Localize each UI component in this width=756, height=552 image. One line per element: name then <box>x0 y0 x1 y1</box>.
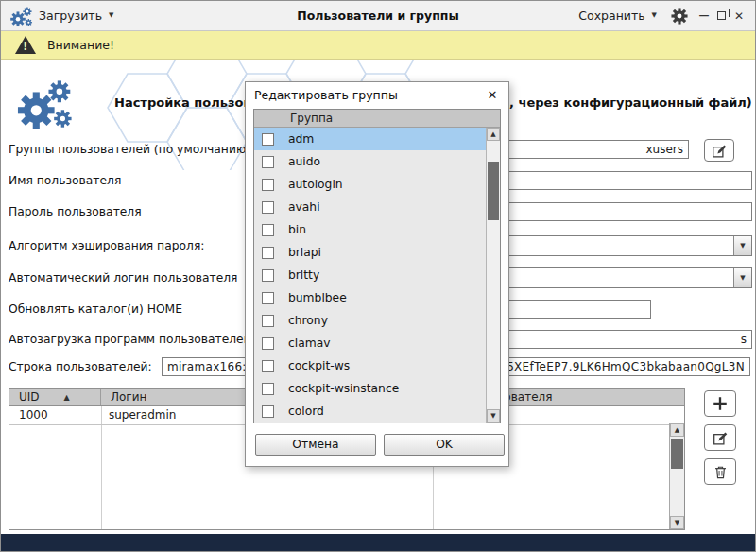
pencil-icon <box>713 430 729 446</box>
maximize-button[interactable] <box>713 1 729 30</box>
group-row[interactable]: autologin <box>254 173 486 196</box>
combo-dropdown-button[interactable]: ▼ <box>733 268 751 287</box>
group-label: brlapi <box>288 246 321 259</box>
group-row[interactable]: chrony <box>254 309 486 332</box>
group-checkbox[interactable] <box>262 224 274 236</box>
group-label: cockpit-wsinstance <box>288 382 399 395</box>
add-user-button[interactable] <box>704 390 736 417</box>
column-header-uid[interactable]: UID ▲ <box>9 389 101 405</box>
default-groups-value: xusers <box>645 143 683 156</box>
group-label: clamav <box>288 336 331 350</box>
dialog-close-icon[interactable]: ✕ <box>485 88 500 102</box>
delete-user-button[interactable] <box>704 458 736 485</box>
group-checkbox[interactable] <box>262 156 274 168</box>
settings-gear-icon[interactable] <box>671 8 688 25</box>
edit-groups-button[interactable] <box>704 139 734 162</box>
group-label: brltty <box>288 268 319 282</box>
user-string-label: Строка пользователей: <box>9 357 152 376</box>
scrollbar-thumb[interactable] <box>488 162 499 220</box>
plus-icon <box>712 395 729 412</box>
group-row[interactable]: cockpit-ws <box>254 354 486 377</box>
group-row[interactable]: brltty <box>254 264 486 286</box>
username-label: Имя пользователя <box>9 171 121 190</box>
group-row[interactable]: cockpit-wsinstance <box>254 377 486 400</box>
save-menu-label: Сохранить <box>578 9 644 23</box>
cell-uid: 1000 <box>9 406 101 424</box>
autologin-label: Автоматический логин пользователя <box>9 268 238 287</box>
group-checkbox[interactable] <box>262 315 274 327</box>
scroll-up-icon[interactable]: ▲ <box>487 128 500 141</box>
scrollbar-thumb[interactable] <box>671 439 683 469</box>
group-row[interactable]: clamav <box>254 332 486 354</box>
group-row[interactable]: adm <box>254 128 486 150</box>
page-heading-right: , через конфигурационный файл) <box>509 95 752 110</box>
group-checkbox[interactable] <box>262 292 274 304</box>
close-button[interactable]: ✕ <box>731 1 747 30</box>
dialog-title: Редактировать группы <box>254 88 398 102</box>
group-checkbox[interactable] <box>262 133 274 146</box>
user-string-value-tail: 5XEfTeEP7.9LK6HmQC3bkabaan0QgL3N <box>507 360 745 373</box>
bottom-bar <box>1 534 755 551</box>
toolbar: Загрузить ▼ Пользователи и группы Сохран… <box>1 1 755 31</box>
group-label: colord <box>288 405 324 418</box>
group-row[interactable]: brlapi <box>254 241 486 264</box>
trash-icon <box>713 464 729 480</box>
cancel-button[interactable]: Отмена <box>255 434 376 456</box>
group-checkbox[interactable] <box>262 405 274 418</box>
group-checkbox[interactable] <box>262 179 274 191</box>
combo-dropdown-button[interactable]: ▼ <box>733 236 751 255</box>
group-label: adm <box>288 132 314 146</box>
chevron-down-icon: ▼ <box>109 12 113 19</box>
sort-asc-icon: ▲ <box>64 389 70 405</box>
update-home-label: Обновлять каталог(и) HOME <box>9 300 182 319</box>
group-label: chrony <box>288 314 328 327</box>
scroll-down-icon[interactable]: ▼ <box>487 409 500 423</box>
chevron-down-icon: ▼ <box>740 243 745 250</box>
group-row[interactable]: colord <box>254 400 486 423</box>
group-row[interactable]: avahi <box>254 196 486 218</box>
group-checkbox[interactable] <box>262 201 274 214</box>
pencil-icon <box>712 143 728 159</box>
chevron-down-icon: ▼ <box>740 275 745 282</box>
groups-rows: adm auido autologin avahi bin <box>254 128 486 423</box>
edit-user-button[interactable] <box>704 424 736 451</box>
warning-bar: Внимание! <box>1 31 755 60</box>
group-checkbox[interactable] <box>262 247 274 259</box>
window-title: Пользователи и группы <box>190 1 566 30</box>
scroll-up-icon[interactable]: ▲ <box>670 423 684 437</box>
dialog-titlebar: Редактировать группы ✕ <box>246 82 508 107</box>
warning-icon <box>15 36 36 54</box>
scroll-down-icon[interactable]: ▼ <box>670 516 684 529</box>
group-label: avahi <box>288 200 320 214</box>
groups-column-header[interactable]: Группа <box>254 110 500 128</box>
group-label: auido <box>288 155 320 168</box>
minimize-button[interactable]: — <box>696 1 712 30</box>
chevron-down-icon: ▼ <box>652 12 657 19</box>
warning-text: Внимание! <box>47 38 114 52</box>
group-checkbox[interactable] <box>262 337 274 350</box>
groups-scrollbar[interactable]: ▲ ▼ <box>486 128 500 423</box>
group-row[interactable]: bin <box>254 218 486 241</box>
groups-list: Группа adm auido autologin avahi <box>253 109 501 423</box>
save-menu-button[interactable]: Сохранить ▼ <box>578 1 657 30</box>
edit-groups-dialog: Редактировать группы ✕ Группа adm auido … <box>245 81 509 467</box>
group-label: bumblbee <box>288 291 347 304</box>
group-row[interactable]: auido <box>254 150 486 173</box>
restore-icon <box>717 11 726 20</box>
table-scrollbar[interactable]: ▲ ▼ <box>669 423 684 529</box>
app-window: Загрузить ▼ Пользователи и группы Сохран… <box>0 0 756 552</box>
group-checkbox[interactable] <box>262 360 274 372</box>
load-menu-label: Загрузить <box>39 9 102 23</box>
group-row[interactable]: bumblbee <box>254 286 486 309</box>
autostart-label: Автозагрузка программ пользователей <box>9 330 251 349</box>
load-menu-button[interactable]: Загрузить ▼ <box>39 1 113 30</box>
group-label: autologin <box>288 178 343 191</box>
group-label: bin <box>288 223 306 236</box>
app-gears-logo <box>15 75 74 133</box>
default-groups-label: Группы пользователей (по умолчанию) <box>9 140 250 159</box>
group-checkbox[interactable] <box>262 269 274 282</box>
hash-algorithm-label: Алгоритм хэширования пароля: <box>9 236 204 255</box>
group-checkbox[interactable] <box>262 383 274 395</box>
app-gears-icon <box>9 5 33 28</box>
ok-button[interactable]: OK <box>384 434 505 456</box>
